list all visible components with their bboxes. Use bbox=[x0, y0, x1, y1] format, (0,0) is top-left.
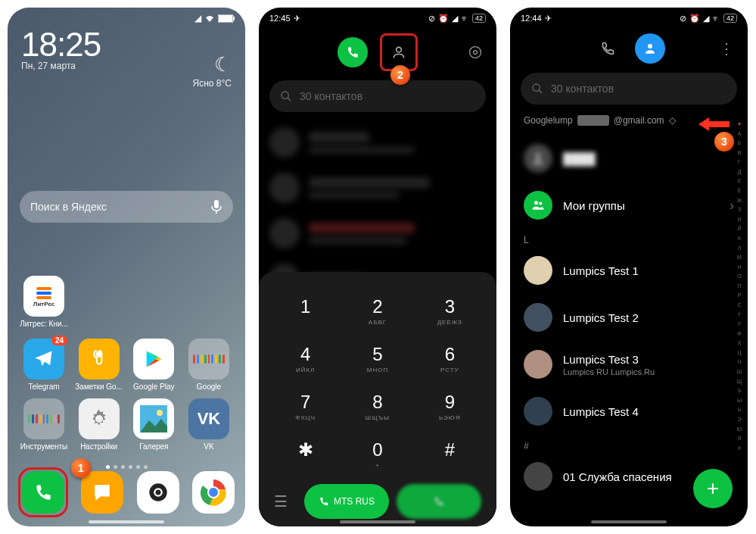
contact-item[interactable]: Lumpics Test 3Lumpics RU Lumpics.Ru bbox=[510, 341, 748, 388]
svg-rect-2 bbox=[233, 17, 235, 20]
tab-contacts[interactable] bbox=[384, 37, 414, 67]
alarm-icon: ⏰ bbox=[689, 14, 700, 23]
dialpad-key-2[interactable]: 2АБВГ bbox=[341, 287, 413, 335]
status-bar: 12:44 ✈ ⊘ ⏰ ◢ ᯤ 42 bbox=[510, 8, 748, 26]
app-litres[interactable]: ЛитРес Литрес: Кни... bbox=[18, 276, 70, 328]
search-icon bbox=[280, 90, 292, 102]
svg-point-16 bbox=[474, 51, 478, 55]
mic-icon[interactable] bbox=[210, 199, 222, 214]
app-google-play[interactable]: Google Play bbox=[128, 339, 179, 391]
contacts-search[interactable]: 30 контактов bbox=[269, 80, 486, 112]
svg-point-19 bbox=[648, 44, 652, 48]
svg-point-24 bbox=[539, 201, 542, 205]
dialpad-key-#[interactable]: # bbox=[414, 430, 486, 478]
svg-point-5 bbox=[95, 351, 102, 358]
wifi-icon: ᯤ bbox=[712, 14, 720, 23]
marker-1: 1 bbox=[71, 458, 91, 478]
top-tabs bbox=[259, 26, 496, 77]
add-contact-fab[interactable]: + bbox=[693, 469, 733, 508]
contacts-screen: 12:44 ✈ ⊘ ⏰ ◢ ᯤ 42 ⋮ 30 контактов Google… bbox=[510, 8, 748, 526]
arrow-annotation bbox=[699, 119, 730, 130]
home-indicator[interactable] bbox=[89, 520, 164, 523]
signal-icon: ◢ bbox=[194, 13, 201, 23]
call-sim2-button[interactable] bbox=[397, 484, 481, 519]
battery-icon bbox=[218, 14, 235, 23]
search-icon bbox=[531, 83, 543, 95]
dock bbox=[18, 467, 235, 517]
dialpad-key-3[interactable]: 3ДЕЁЖЗ bbox=[414, 287, 486, 335]
wifi-icon: ᯤ bbox=[461, 14, 469, 23]
dnd-icon: ⊘ bbox=[680, 14, 686, 23]
app-gallery[interactable]: Галерея bbox=[128, 398, 179, 451]
home-screen: ◢ 18:25 Пн, 27 марта ☾ Ясно 8°C Поиск в … bbox=[8, 8, 245, 526]
settings-icon[interactable] bbox=[468, 45, 483, 60]
dock-messages[interactable] bbox=[81, 471, 123, 514]
contact-item[interactable]: Lumpics Test 2 bbox=[510, 294, 748, 341]
dialer-screen: 12:45 ✈ ⊘ ⏰ ◢ ᯤ 42 2 30 контактов bbox=[259, 8, 496, 526]
search-placeholder: Поиск в Яндекс bbox=[30, 201, 107, 213]
dock-chrome[interactable] bbox=[192, 471, 235, 514]
menu-icon[interactable]: ☰ bbox=[274, 492, 297, 511]
svg-point-17 bbox=[282, 92, 288, 98]
signal-icon: ◢ bbox=[703, 14, 709, 23]
battery-text: 42 bbox=[723, 14, 737, 23]
weather-widget[interactable]: ☾ Ясно 8°C bbox=[193, 53, 232, 89]
status-bar: 12:45 ✈ ⊘ ⏰ ◢ ᯤ 42 bbox=[259, 8, 496, 26]
svg-line-21 bbox=[539, 90, 542, 93]
my-groups[interactable]: Мои группы › bbox=[510, 182, 748, 229]
svg-point-7 bbox=[157, 410, 163, 416]
dock-camera[interactable] bbox=[137, 471, 179, 514]
contact-item[interactable]: Lumpics Test 4 bbox=[510, 388, 748, 435]
svg-point-23 bbox=[534, 201, 538, 205]
tab-recent-calls[interactable] bbox=[338, 37, 368, 67]
dialpad-key-6[interactable]: 6РСТУ bbox=[414, 335, 486, 383]
more-icon[interactable]: ⋮ bbox=[719, 39, 734, 58]
marker-2: 2 bbox=[390, 65, 410, 85]
dialpad-key-0[interactable]: 0+ bbox=[341, 430, 413, 478]
dialpad-key-✱[interactable]: ✱ bbox=[269, 430, 341, 478]
battery-text: 42 bbox=[472, 14, 486, 23]
svg-point-22 bbox=[536, 153, 541, 158]
telegram-icon: ✈ bbox=[294, 14, 300, 23]
status-time: 12:44 bbox=[521, 14, 542, 23]
svg-line-18 bbox=[288, 98, 291, 101]
top-tabs: ⋮ bbox=[510, 26, 748, 70]
dialpad-key-7[interactable]: 7ФХЦЧ bbox=[269, 383, 341, 430]
folder-google[interactable]: Google bbox=[183, 339, 235, 391]
app-google-notes[interactable]: Заметки Go... bbox=[73, 339, 125, 391]
signal-icon: ◢ bbox=[452, 14, 458, 23]
badge: 24 bbox=[51, 336, 67, 345]
tab-recent-calls[interactable] bbox=[593, 33, 623, 64]
svg-point-20 bbox=[533, 84, 540, 91]
svg-rect-3 bbox=[214, 200, 219, 208]
dropdown-icon: ◇ bbox=[669, 115, 676, 126]
highlight-1 bbox=[18, 467, 68, 517]
contact-item[interactable]: Lumpics Test 1 bbox=[510, 247, 748, 294]
svg-point-15 bbox=[470, 47, 481, 58]
app-telegram[interactable]: 24 Telegram bbox=[18, 339, 70, 391]
section-header-hash: # bbox=[510, 435, 748, 453]
dialpad-key-1[interactable]: 1 bbox=[269, 287, 341, 335]
contact-me[interactable]: ████ bbox=[510, 135, 748, 182]
home-indicator[interactable] bbox=[591, 520, 667, 523]
status-time: 12:45 bbox=[269, 14, 291, 23]
dialpad-key-9[interactable]: 9ЬЭЮЯ bbox=[414, 383, 486, 430]
marker-3: 3 bbox=[714, 132, 734, 151]
app-settings[interactable]: Настройки bbox=[73, 398, 125, 451]
dialpad-key-5[interactable]: 5МНОП bbox=[341, 335, 413, 383]
svg-point-10 bbox=[155, 490, 160, 495]
dialpad-key-8[interactable]: 8ШЩЪЫ bbox=[341, 383, 413, 430]
home-indicator[interactable] bbox=[340, 520, 415, 523]
app-grid: ЛитРес Литрес: Кни... 24 Telegram Заметк… bbox=[18, 276, 235, 458]
telegram-icon: ✈ bbox=[545, 14, 552, 23]
call-sim1-button[interactable]: MTS RUS bbox=[304, 484, 389, 519]
dialpad-key-4[interactable]: 4ИЙКЛ bbox=[269, 335, 341, 383]
folder-tools[interactable]: Инструменты bbox=[18, 398, 70, 451]
alphabet-scrollbar[interactable]: ♥АБВГДЕЁЖЗИЙКЛМНОПРСТУФХЦЧШЩЪЫЬЭЮЯ# bbox=[734, 121, 745, 451]
dock-phone[interactable] bbox=[22, 471, 64, 514]
tab-contacts[interactable] bbox=[635, 33, 665, 64]
yandex-search-bar[interactable]: Поиск в Яндекс bbox=[20, 191, 233, 223]
status-bar: ◢ bbox=[8, 8, 245, 26]
app-vk[interactable]: VK VK bbox=[183, 398, 235, 451]
contacts-search[interactable]: 30 контактов bbox=[521, 73, 737, 105]
